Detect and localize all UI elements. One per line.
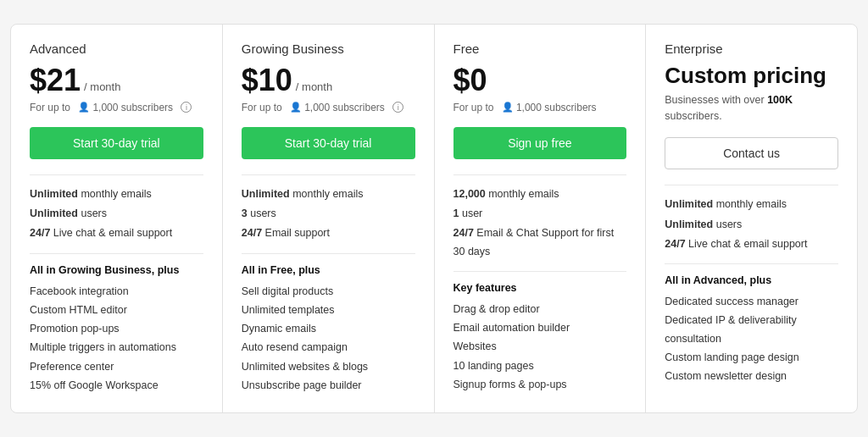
list-item: Facebook integration bbox=[30, 283, 203, 301]
plan-advanced: Advanced $21 / month For up to 👤1,000 su… bbox=[11, 25, 223, 412]
section-label-advanced: All in Growing Business, plus bbox=[30, 264, 203, 276]
plan-enterprise: Enterprise Custom pricing Businesses wit… bbox=[646, 25, 857, 412]
feature-item: Unlimited monthly emails bbox=[665, 196, 838, 213]
list-item: Custom landing page design bbox=[665, 349, 838, 367]
feature-item: Unlimited users bbox=[30, 205, 203, 223]
core-features-enterprise: Unlimited monthly emails Unlimited users… bbox=[665, 196, 838, 255]
list-item: Preference center bbox=[30, 358, 203, 376]
section-label-growing: All in Free, plus bbox=[242, 264, 415, 276]
plan-subscribers-free: For up to 👤1,000 subscribers bbox=[453, 102, 627, 113]
list-item: Dedicated success manager bbox=[665, 293, 838, 311]
extra-features-enterprise: Dedicated success manager Dedicated IP &… bbox=[665, 293, 838, 386]
enterprise-description: Businesses with over 100K subscribers. bbox=[665, 92, 838, 124]
start-trial-button-growing[interactable]: Start 30-day trial bbox=[242, 127, 415, 159]
contact-us-button[interactable]: Contact us bbox=[665, 137, 838, 169]
feature-item: 24/7 Live chat & email support bbox=[30, 224, 203, 242]
plan-custom-price: Custom pricing bbox=[665, 63, 826, 89]
plan-amount-growing: $10 bbox=[242, 63, 292, 98]
plan-amount-advanced: $21 bbox=[30, 63, 81, 98]
list-item: Dynamic emails bbox=[242, 320, 415, 338]
plan-period-advanced: / month bbox=[84, 80, 120, 93]
plan-name-enterprise: Enterprise bbox=[665, 41, 838, 56]
plan-subscribers-advanced: For up to 👤1,000 subscribers i bbox=[30, 102, 203, 113]
plan-growing-business: Growing Business $10 / month For up to 👤… bbox=[223, 25, 435, 412]
extra-features-advanced: Facebook integration Custom HTML editor … bbox=[30, 283, 203, 396]
list-item: Drag & drop editor bbox=[453, 301, 627, 318]
list-item: 15% off Google Workspace bbox=[30, 377, 203, 395]
plan-price-free: $0 bbox=[453, 63, 627, 98]
section-label-enterprise: All in Advanced, plus bbox=[665, 274, 838, 286]
plan-free: Free $0 For up to 👤1,000 subscribers Sig… bbox=[435, 25, 647, 412]
feature-item: Unlimited monthly emails bbox=[30, 185, 203, 203]
plan-price-advanced: $21 / month bbox=[30, 63, 203, 98]
plan-price-growing: $10 / month bbox=[242, 63, 415, 98]
list-item: Unsubscribe page builder bbox=[242, 377, 415, 395]
plan-name-advanced: Advanced bbox=[30, 41, 203, 56]
feature-item: Unlimited users bbox=[665, 216, 838, 234]
list-item: Email automation builder bbox=[453, 319, 627, 337]
list-item: Sell digital products bbox=[242, 283, 415, 301]
list-item: Custom HTML editor bbox=[30, 301, 203, 319]
plan-period-growing: / month bbox=[296, 80, 332, 93]
extra-features-free: Drag & drop editor Email automation buil… bbox=[453, 301, 627, 395]
divider bbox=[665, 185, 838, 185]
core-features-free: 12,000 monthly emails 1 user 24/7 Email … bbox=[453, 185, 627, 263]
list-item: Dedicated IP & deliverability consultati… bbox=[665, 312, 838, 348]
start-trial-button-advanced[interactable]: Start 30-day trial bbox=[30, 127, 203, 159]
list-item: Multiple triggers in automations bbox=[30, 339, 203, 357]
divider bbox=[242, 174, 415, 175]
feature-item: 24/7 Email & Chat Support for first 30 d… bbox=[453, 224, 627, 261]
feature-item: 12,000 monthly emails bbox=[453, 185, 627, 203]
subscriber-icon: 👤 bbox=[290, 102, 302, 113]
feature-item: 24/7 Email support bbox=[242, 224, 415, 242]
divider bbox=[30, 253, 203, 254]
core-features-growing: Unlimited monthly emails 3 users 24/7 Em… bbox=[242, 185, 415, 245]
divider bbox=[453, 271, 627, 272]
plan-amount-free: $0 bbox=[453, 63, 487, 98]
divider bbox=[665, 263, 838, 264]
feature-item: 24/7 Live chat & email support bbox=[665, 235, 838, 253]
section-label-free: Key features bbox=[453, 282, 627, 294]
divider bbox=[30, 174, 203, 175]
plan-name-growing: Growing Business bbox=[242, 41, 415, 56]
list-item: Auto resend campaign bbox=[242, 339, 415, 357]
divider bbox=[453, 174, 627, 175]
feature-item: 1 user bbox=[453, 205, 627, 223]
pricing-table: Advanced $21 / month For up to 👤1,000 su… bbox=[10, 24, 858, 413]
info-icon: i bbox=[181, 102, 192, 113]
core-features-advanced: Unlimited monthly emails Unlimited users… bbox=[30, 185, 203, 245]
list-item: Promotion pop-ups bbox=[30, 320, 203, 338]
signup-free-button[interactable]: Sign up free bbox=[453, 127, 627, 159]
subscriber-icon: 👤 bbox=[502, 102, 514, 113]
feature-item: Unlimited monthly emails bbox=[242, 185, 415, 203]
extra-features-growing: Sell digital products Unlimited template… bbox=[242, 283, 415, 396]
info-icon: i bbox=[392, 102, 403, 113]
list-item: 10 landing pages bbox=[453, 357, 627, 375]
list-item: Unlimited templates bbox=[242, 301, 415, 319]
plan-price-enterprise: Custom pricing bbox=[665, 63, 838, 89]
plan-subscribers-growing: For up to 👤1,000 subscribers i bbox=[242, 102, 415, 113]
subscriber-icon: 👤 bbox=[78, 102, 90, 113]
list-item: Custom newsletter design bbox=[665, 368, 838, 385]
plan-name-free: Free bbox=[453, 41, 627, 56]
list-item: Websites bbox=[453, 338, 627, 356]
list-item: Unlimited websites & blogs bbox=[242, 358, 415, 376]
list-item: Signup forms & pop-ups bbox=[453, 376, 627, 394]
divider bbox=[242, 253, 415, 254]
feature-item: 3 users bbox=[242, 205, 415, 223]
